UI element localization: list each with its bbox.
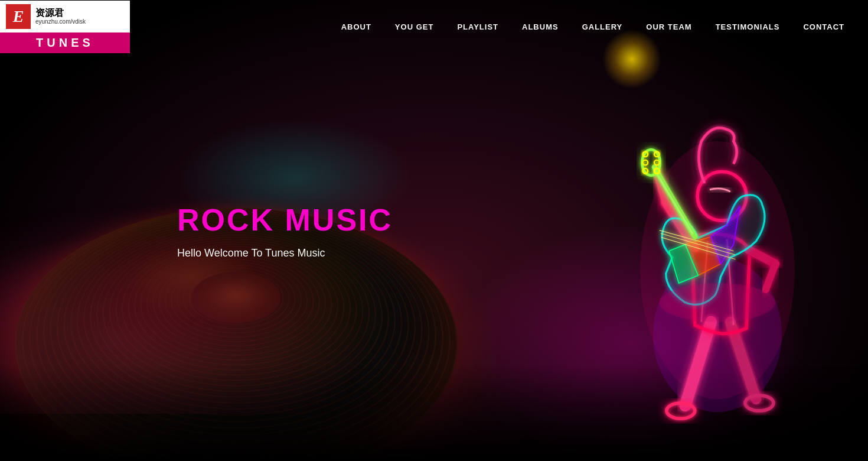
logo-brand-name: 资源君 [35,7,86,18]
main-nav: ABOUT YOU GET PLAYLIST ALBUMS GALLERY OU… [341,22,868,31]
svg-point-16 [642,150,660,176]
logo-brand-url: eyunzhu.com/vdisk [35,18,86,25]
logo-tunes-label: TUNES [36,36,94,50]
nav-item-testimonials[interactable]: TESTIMONIALS [716,22,780,31]
nav-item-you-get[interactable]: YOU GET [395,22,434,31]
nav-item-contact[interactable]: CONTACT [803,22,844,31]
hero-content: ROCK MUSIC Hello Welcome To Tunes Music [177,202,393,259]
header: E 资源君 eyunzhu.com/vdisk TUNES ABOUT YOU … [0,0,868,53]
nav-item-about[interactable]: ABOUT [341,22,371,31]
hero-title: ROCK MUSIC [177,202,393,238]
logo-area: E 资源君 eyunzhu.com/vdisk TUNES [0,1,177,53]
nav-item-our-team[interactable]: OUR TEAM [646,22,691,31]
hero-section: E 资源君 eyunzhu.com/vdisk TUNES ABOUT YOU … [0,0,868,461]
logo-bottom: TUNES [0,33,130,53]
logo-e-box: E [6,4,31,29]
guitar-player-svg [614,77,821,431]
guitar-player-figure [614,77,821,431]
nav-item-gallery[interactable]: GALLERY [582,22,623,31]
svg-point-21 [654,160,660,165]
logo-e-letter: E [13,7,24,26]
nav-item-albums[interactable]: ALBUMS [522,22,559,31]
nav-item-playlist[interactable]: PLAYLIST [457,22,498,31]
logo-top: E 资源君 eyunzhu.com/vdisk [0,1,130,33]
svg-point-23 [660,283,775,322]
hero-subtitle: Hello Welcome To Tunes Music [177,247,393,259]
svg-point-18 [642,160,648,165]
logo-text-group: 资源君 eyunzhu.com/vdisk [35,7,86,25]
